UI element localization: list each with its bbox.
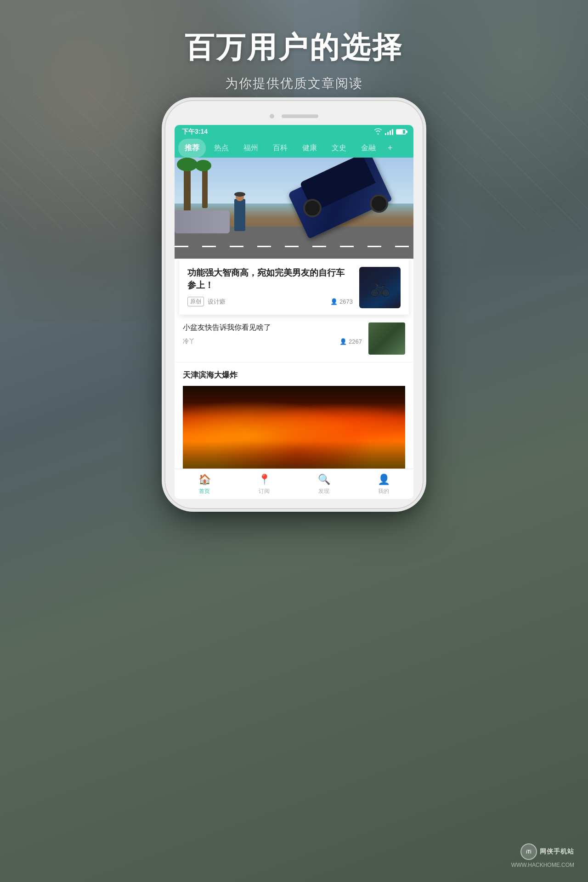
subscribe-icon: 📍: [258, 474, 271, 486]
article-featured[interactable]: 功能强大智商高，宛如完美男友的自行车参上！ 原创 设计癖 👤 2673: [179, 259, 409, 315]
nav-tabs: 推荐 热点 福州 百科 健康 文史 金融 +: [175, 139, 413, 158]
article-3-title: 天津滨海大爆炸: [183, 370, 405, 380]
home-icon: 🏠: [198, 474, 211, 486]
phone-frame: 下午3:14: [165, 101, 423, 508]
tab-tuijian[interactable]: 推荐: [178, 139, 206, 158]
nav-discover[interactable]: 🔍 发现: [294, 474, 354, 495]
watermark-site-name: 网侠手机站: [540, 848, 574, 856]
status-time: 下午3:14: [182, 128, 208, 136]
article-2-title: 小盆友快告诉我你看见啥了: [183, 322, 362, 333]
hero-title: 百万用户的选择: [0, 28, 588, 68]
article-featured-meta: 原创 设计癖 👤 2673: [187, 297, 353, 306]
phone-top: [175, 114, 413, 119]
wifi-icon: [374, 128, 382, 136]
signal-icon: [385, 129, 393, 135]
nav-home-label: 首页: [199, 487, 210, 495]
status-icons: [374, 128, 406, 136]
tab-fuzhou[interactable]: 福州: [237, 139, 265, 158]
article-2-views: 👤 2267: [339, 338, 362, 345]
article-3[interactable]: 天津滨海大爆炸: [175, 362, 413, 469]
nav-home[interactable]: 🏠 首页: [175, 474, 234, 495]
phone-camera: [270, 114, 274, 119]
nav-mine-label: 我的: [378, 487, 389, 495]
article-2[interactable]: 小盆友快告诉我你看见啥了 冷丫 👤 2267: [175, 315, 413, 362]
hero-section: 百万用户的选择 为你提供优质文章阅读: [0, 28, 588, 92]
nav-discover-label: 发现: [318, 487, 329, 495]
article-featured-title: 功能强大智商高，宛如完美男友的自行车参上！: [187, 267, 353, 291]
nav-subscribe[interactable]: 📍 订阅: [234, 474, 294, 495]
battery-icon: [396, 129, 406, 135]
tab-jinrong[interactable]: 金融: [355, 139, 382, 158]
person-icon: 👤: [330, 298, 338, 305]
article-2-thumb: [368, 322, 405, 355]
original-tag: 原创: [187, 297, 204, 306]
watermark: iTi 网侠手机站 WWW.HACKHOME.COM: [511, 843, 574, 868]
fire-scene: [183, 386, 405, 469]
discover-icon: 🔍: [318, 474, 330, 486]
tab-baike[interactable]: 百科: [266, 139, 294, 158]
phone-screen: 下午3:14: [175, 125, 413, 499]
tab-redian[interactable]: 热点: [208, 139, 235, 158]
tab-wenshi[interactable]: 文史: [325, 139, 353, 158]
article-views: 👤 2673: [330, 298, 353, 305]
article-2-text: 小盆友快告诉我你看见啥了 冷丫 👤 2267: [183, 322, 362, 355]
phone-speaker: [282, 114, 318, 118]
tab-plus[interactable]: +: [384, 139, 396, 158]
person-image: [368, 322, 405, 355]
watermark-logo: iTi 网侠手机站: [511, 843, 574, 860]
bottom-nav: 🏠 首页 📍 订阅 🔍 发现 👤 我的: [175, 469, 413, 499]
article-featured-thumb: [359, 267, 401, 308]
article-3-image: [183, 386, 405, 469]
mine-icon: 👤: [378, 474, 390, 486]
tab-jiankang[interactable]: 健康: [296, 139, 323, 158]
nav-mine[interactable]: 👤 我的: [354, 474, 413, 495]
status-bar: 下午3:14: [175, 125, 413, 139]
bike-image: [359, 267, 401, 308]
article-source: 设计癖: [208, 298, 226, 306]
article-hero-bg: [175, 158, 413, 259]
watermark-url: WWW.HACKHOME.COM: [511, 862, 574, 868]
hero-article-image[interactable]: [175, 158, 413, 259]
article-featured-text: 功能强大智商高，宛如完美男友的自行车参上！ 原创 设计癖 👤 2673: [187, 267, 353, 308]
person-icon-2: 👤: [339, 338, 347, 345]
nav-subscribe-label: 订阅: [259, 487, 270, 495]
hero-subtitle: 为你提供优质文章阅读: [0, 75, 588, 92]
article-2-source: 冷丫: [183, 337, 195, 345]
phone-mockup: 下午3:14: [165, 101, 423, 508]
article-2-meta: 冷丫 👤 2267: [183, 337, 362, 345]
watermark-circle: iTi: [520, 843, 537, 860]
